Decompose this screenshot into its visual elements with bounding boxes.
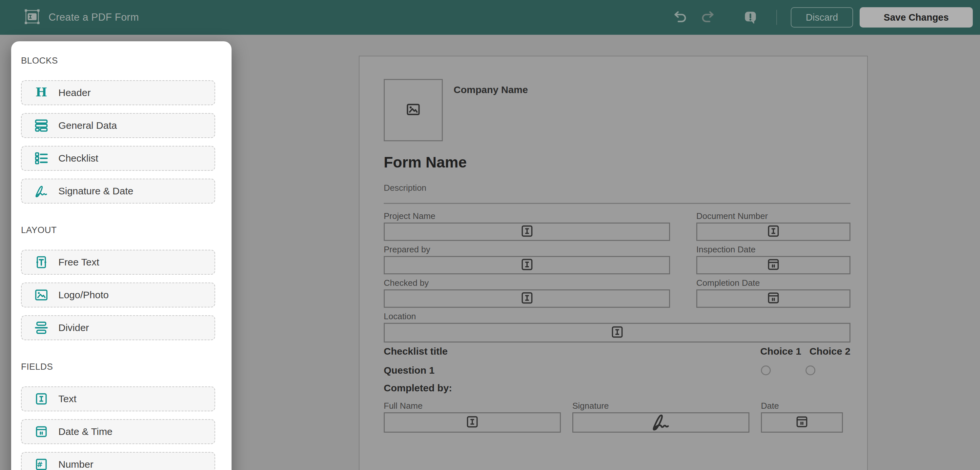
number-icon: # (33, 457, 49, 470)
sidebar-item-checklist[interactable]: Checklist (21, 146, 215, 171)
question-label[interactable]: Question 1 (384, 365, 434, 376)
svg-text:H: H (35, 85, 47, 100)
sidebar-item-divider[interactable]: Divider (21, 315, 215, 340)
signature-icon (33, 183, 49, 199)
checklist-question-row: Question 1 (384, 365, 850, 376)
sidebar-item-logo-photo[interactable]: Logo/Photo (21, 283, 215, 307)
number-icon: # (34, 457, 49, 470)
sidebar-item-label: Number (58, 459, 94, 470)
completed-field-full-name: Full Name (384, 402, 561, 433)
choice-label-1: Choice 1 (760, 346, 801, 357)
sidebar-item-label: Divider (58, 322, 89, 333)
field-label: Full Name (384, 402, 561, 410)
image-icon (406, 102, 421, 118)
form-field-checked-by: Checked by (384, 279, 670, 308)
text-field-icon (520, 224, 535, 238)
checklist-choices: Choice 1Choice 2 (760, 346, 850, 357)
svg-text:#: # (37, 460, 43, 469)
topbar-actions: Discard Save Changes (673, 7, 973, 27)
checklist-icon (33, 151, 49, 166)
topbar-divider (776, 10, 777, 25)
field-input-location[interactable] (384, 323, 850, 343)
calendar-icon (766, 257, 781, 272)
text-field-icon (610, 324, 625, 341)
general-data-icon (33, 118, 49, 133)
discard-button[interactable]: Discard (791, 7, 853, 27)
text-field-icon (520, 291, 535, 305)
sidebar-item-header[interactable]: H Header (21, 80, 215, 105)
free-text-icon (34, 255, 49, 270)
sidebar-item-number[interactable]: # Number (21, 452, 215, 470)
form-name[interactable]: Form Name (384, 153, 850, 171)
calendar-icon (766, 257, 781, 273)
sidebar-item-label: Logo/Photo (58, 289, 108, 300)
section-heading-fields: FIELDS (21, 362, 215, 372)
logo-photo-icon (34, 287, 49, 303)
radio-choice-1[interactable] (761, 365, 771, 375)
divider-icon (33, 320, 49, 336)
field-input-checked-by[interactable] (384, 289, 670, 308)
sidebar-item-free-text[interactable]: Free Text (21, 250, 215, 275)
redo-button[interactable] (700, 10, 715, 25)
calendar-icon (766, 291, 781, 307)
text-field-icon (520, 257, 535, 273)
field-input-prepared-by[interactable] (384, 256, 670, 274)
text-field-icon (520, 224, 535, 240)
divider-icon (34, 320, 49, 335)
form-field-project-name: Project Name (384, 212, 670, 241)
header-icon: H (33, 85, 49, 101)
field-input-date[interactable] (761, 412, 843, 433)
sidebar-item-label: General Data (58, 120, 117, 131)
field-input-full-name[interactable] (384, 412, 561, 433)
field-input-project-name[interactable] (384, 222, 670, 241)
completed-field-date: Date (761, 402, 843, 433)
completed-field-signature: Signature (572, 402, 749, 433)
field-label: Project Name (384, 212, 670, 220)
field-label: Signature (572, 402, 749, 410)
logo-placeholder[interactable] (384, 79, 443, 141)
topbar: Create a PDF Form (0, 0, 980, 35)
undo-button[interactable] (673, 10, 688, 25)
completed-by-heading[interactable]: Completed by: (384, 383, 850, 394)
calendar-icon (34, 424, 49, 439)
page-title: Create a PDF Form (49, 11, 139, 23)
sidebar-item-general-data[interactable]: General Data (21, 113, 215, 138)
header-icon: H (34, 85, 49, 100)
radio-choice-2[interactable] (805, 365, 815, 375)
form-field-location: Location (384, 312, 850, 343)
feedback-button[interactable] (743, 10, 758, 25)
field-input-document-number[interactable] (696, 222, 850, 241)
completed-by-block: Full Name Signature Date (384, 402, 850, 433)
field-input-inspection-date[interactable] (696, 256, 850, 274)
text-field-icon (34, 391, 49, 406)
logo-photo-icon (33, 287, 49, 303)
alert-bubble-icon (743, 10, 758, 25)
sidebar-item-label: Date & Time (58, 426, 113, 437)
calendar-icon (794, 414, 810, 429)
form-description[interactable]: Description (384, 183, 850, 193)
calendar-icon (33, 424, 49, 440)
checklist-title[interactable]: Checklist title (384, 346, 448, 357)
form-field-document-number: Document Number (696, 212, 850, 241)
calendar-icon (794, 414, 810, 431)
save-changes-button[interactable]: Save Changes (860, 7, 973, 27)
sidebar-item-signature-date[interactable]: Signature & Date (21, 179, 215, 203)
field-input-signature[interactable] (572, 412, 749, 433)
text-field-icon (465, 414, 480, 429)
sidebar-item-date-time[interactable]: Date & Time (21, 419, 215, 444)
company-name[interactable]: Company Name (453, 84, 528, 95)
field-label: Inspection Date (696, 245, 850, 254)
sidebar-item-label: Checklist (58, 153, 99, 164)
form-field-completion-date: Completion Date (696, 279, 850, 308)
checklist-icon (34, 151, 49, 166)
free-text-icon (33, 254, 49, 270)
field-label: Location (384, 312, 850, 321)
text-field-icon (33, 391, 49, 407)
field-input-completion-date[interactable] (696, 289, 850, 308)
field-label: Prepared by (384, 245, 670, 254)
sidebar-item-text[interactable]: Text (21, 386, 215, 411)
field-label: Date (761, 402, 843, 410)
field-label: Completion Date (696, 279, 850, 287)
text-field-icon (766, 224, 781, 240)
general-data-icon (34, 118, 49, 133)
